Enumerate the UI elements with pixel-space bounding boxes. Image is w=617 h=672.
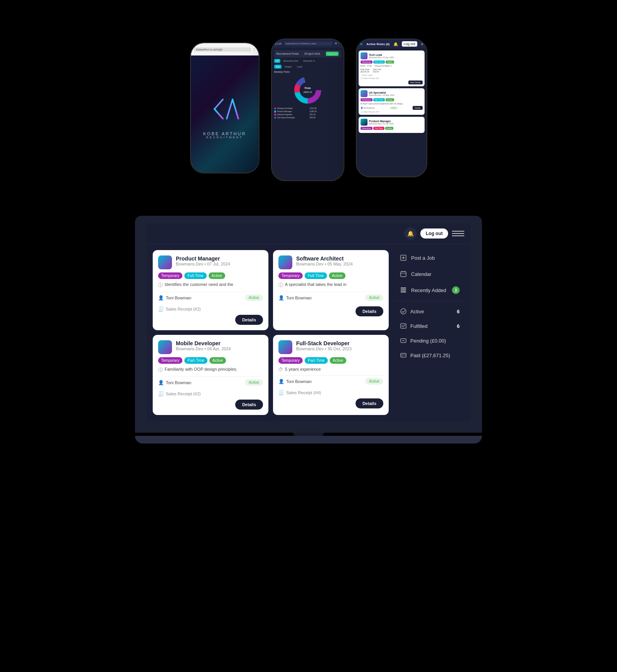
calendar-icon xyxy=(400,270,407,278)
receipt-icon-fs: 🧾 xyxy=(278,390,284,395)
ph-filter-lead[interactable]: Lead xyxy=(295,65,304,69)
receipt-fs: 🧾 Sales Receipt (#4) xyxy=(278,390,383,395)
info-icon-sa: ⓘ xyxy=(278,282,283,289)
job-icon-fs xyxy=(278,340,292,354)
recently-added-badge: 3 xyxy=(452,286,460,294)
bell-btn[interactable]: 🔔 xyxy=(404,227,416,240)
recently-added-label: Recently Added xyxy=(411,287,448,293)
job-header-fs: Full-Stack Developer Bowmans.Dev • 30 Oc… xyxy=(278,340,383,354)
donut-chart: Fees £893.25 xyxy=(274,75,341,106)
recently-added-icon xyxy=(400,286,407,294)
screen-content: 🔔 Log out xyxy=(147,223,470,421)
ph-mid-header: 12:25 kobearthur.co.uk/admin_stats ⚙ ⋮ xyxy=(272,39,344,48)
ph-time: 12:25 xyxy=(275,42,282,45)
receipt-pm: 🧾 Sales Receipt (#2) xyxy=(158,306,263,312)
sidebar-active[interactable]: Active 6 xyxy=(395,304,464,318)
laptop-notch xyxy=(293,433,324,436)
paid-label: Paid (£27,671.25) xyxy=(410,353,460,358)
job-badges-fs: Temporary Part-Time Active xyxy=(278,357,383,364)
svg-rect-15 xyxy=(401,272,406,277)
sidebar-recently-added[interactable]: Recently Added 3 xyxy=(395,282,464,298)
job-assignee-md: 👤 Toni Bowman Active xyxy=(158,376,263,388)
details-btn-2[interactable]: Details xyxy=(413,106,422,110)
sidebar-post-job[interactable]: Post a Job xyxy=(395,250,464,265)
brand-name: KOBE ARTHUR RECRUITMENT xyxy=(203,131,246,139)
sidebar-paid[interactable]: Paid (£27,671.25) xyxy=(395,348,464,362)
rule-card-2: UX Specialist Bowmans.Dev • 25 Mar, 2024… xyxy=(359,88,425,115)
logo-area: KOBE ARTHUR RECRUITMENT xyxy=(203,55,246,173)
assignee-name-md: 👤 Toni Bowman xyxy=(158,380,191,385)
sidebar: Post a Job Calendar xyxy=(395,250,464,415)
ph-tab-becketts[interactable]: Becketts S... xyxy=(302,59,319,63)
receipt-icon-md: 🧾 xyxy=(158,391,164,396)
active-pill-pm: Active xyxy=(245,294,263,301)
rule-title-2: UX Specialist xyxy=(369,91,394,94)
rule-card-3: Product Manager Bowmans.Dev • 01 Jul, 20… xyxy=(359,117,425,133)
svg-line-2 xyxy=(214,109,223,119)
chart-legend: Software Architect£210.50 Product Manage… xyxy=(274,107,341,119)
svg-line-4 xyxy=(233,99,238,119)
receipt-icon-pm: 🧾 xyxy=(158,306,164,312)
badge-full-sa: Full-Time xyxy=(305,272,327,279)
person-icon-fs: 👤 xyxy=(278,379,284,384)
job-title-md: Mobile Developer xyxy=(176,340,231,346)
ph-tab-bowmans[interactable]: Bowmans.Dev xyxy=(282,59,300,63)
laptop-base xyxy=(135,436,482,444)
job-desc-sa: ⓘ A specialist that takes the lead in xyxy=(278,282,383,289)
badge-temp-pm: Temporary xyxy=(158,272,182,279)
hide-details-btn-1[interactable]: Hide Details xyxy=(408,81,423,84)
menu-line-2 xyxy=(452,233,464,234)
badge-active-2: Active xyxy=(386,98,394,101)
phone-login: kobearthur.co.uk/login ⋮ xyxy=(190,42,260,173)
job-assignee-fs: 👤 Toni Bowman Active xyxy=(278,375,383,387)
fulfilled-icon xyxy=(400,322,407,330)
badge-temp-fs: Temporary xyxy=(278,357,303,364)
ph-filter-region[interactable]: Region xyxy=(283,65,294,69)
details-btn-md[interactable]: Details xyxy=(235,400,263,410)
phone-dashboard: 12:25 kobearthur.co.uk/admin_stats ⚙ ⋮ R… xyxy=(271,39,344,181)
job-title-fs: Full-Stack Developer xyxy=(296,340,352,346)
url-left: kobearthur.co.uk/login xyxy=(194,47,251,52)
badge-active-3: Active xyxy=(385,127,394,130)
sidebar-pending[interactable]: Pending (£0.00) xyxy=(395,334,464,348)
job-desc-fs: ⏱ 5 years experience xyxy=(278,367,383,372)
laptop-body: 🔔 Log out xyxy=(135,216,482,433)
badge-parttime-1: Part-Time xyxy=(373,60,385,64)
job-desc-pm: ⓘ Identifies the customer need and the xyxy=(158,282,263,289)
sidebar-calendar[interactable]: Calendar xyxy=(395,266,464,282)
menu-line-1 xyxy=(452,231,464,232)
person-icon-md: 👤 xyxy=(158,380,164,385)
badge-fulltime-3: Full-Time xyxy=(373,127,384,130)
ph-mid-content: Recruitment Portal 05 April 2024 Log out… xyxy=(272,48,344,180)
badge-part-fs: Part-Time xyxy=(305,357,328,364)
rule-icon-3 xyxy=(361,119,368,126)
details-btn-sa[interactable]: Details xyxy=(356,306,383,316)
pending-icon xyxy=(400,337,407,344)
fulfilled-label: Fulfilled xyxy=(410,323,454,329)
sidebar-fulfilled[interactable]: Fulfilled 6 xyxy=(395,319,464,333)
ph-filter-top[interactable]: Top xyxy=(274,65,282,69)
browser-icons: ⋮ xyxy=(253,48,256,51)
ph-right-header: ✕ Active Rules (6) 🔔 Log out ≡ xyxy=(357,39,427,49)
job-meta-pm: Bowmans.Dev • 07 Jul, 2024 xyxy=(176,262,230,266)
job-desc-md: ⓘ Familiarity with OOP design principles… xyxy=(158,367,263,373)
job-meta-md: Bowmans.Dev • 04 Apr, 2024 xyxy=(176,346,231,351)
calendar-label: Calendar xyxy=(411,271,460,277)
details-btn-fs[interactable]: Details xyxy=(356,398,383,408)
badge-temp-md: Temporary xyxy=(158,357,182,364)
active-count: 6 xyxy=(457,309,460,314)
menu-btn[interactable] xyxy=(452,227,464,240)
post-job-label: Post a Job xyxy=(411,255,460,261)
job-card-fs: Full-Stack Developer Bowmans.Dev • 30 Oc… xyxy=(273,335,389,415)
ph-logout-btn[interactable]: Log out xyxy=(326,52,339,56)
rule-title-3: Product Manager xyxy=(369,120,394,123)
details-btn-pm[interactable]: Details xyxy=(235,315,263,325)
svg-rect-19 xyxy=(401,287,406,289)
ph-title-bar: Recruitment Portal 05 April 2024 Log out xyxy=(274,50,341,57)
job-badges-sa: Temporary Full-Time Active xyxy=(278,272,383,279)
ph-tab-all[interactable]: All xyxy=(274,59,281,63)
paid-icon xyxy=(400,351,407,359)
top-nav: 🔔 Log out xyxy=(147,223,470,244)
logout-btn[interactable]: Log out xyxy=(420,228,448,239)
info-icon-md: ⓘ xyxy=(158,367,163,373)
